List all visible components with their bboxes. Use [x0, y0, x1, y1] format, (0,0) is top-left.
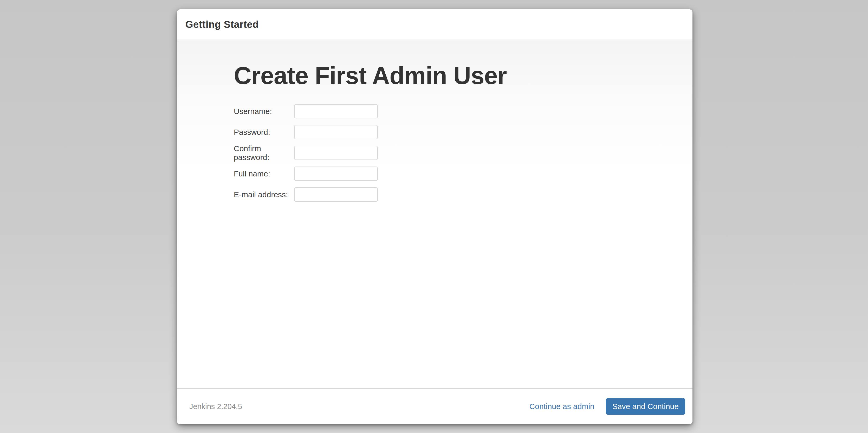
page-title: Create First Admin User: [234, 62, 692, 89]
dialog-title: Getting Started: [185, 19, 259, 30]
username-label: Username:: [234, 107, 294, 116]
form-row-confirm-password: Confirm password:: [234, 146, 692, 160]
dialog-header: Getting Started: [177, 9, 692, 40]
email-input[interactable]: [294, 187, 378, 202]
form-row-full-name: Full name:: [234, 167, 692, 181]
confirm-password-label: Confirm password:: [234, 144, 294, 162]
confirm-password-input[interactable]: [294, 146, 378, 160]
full-name-input[interactable]: [294, 167, 378, 181]
email-label: E-mail address:: [234, 190, 294, 199]
setup-wizard-dialog: Getting Started Create First Admin User …: [177, 9, 692, 424]
username-input[interactable]: [294, 104, 378, 118]
jenkins-version-text: Jenkins 2.204.5: [189, 402, 242, 411]
password-input[interactable]: [294, 125, 378, 139]
password-label: Password:: [234, 128, 294, 137]
page-background: { "window": { "title": "Getting Started"…: [0, 0, 868, 433]
form-row-password: Password:: [234, 125, 692, 139]
dialog-footer: Jenkins 2.204.5 Continue as admin Save a…: [177, 388, 692, 424]
form-row-username: Username:: [234, 104, 692, 118]
full-name-label: Full name:: [234, 169, 294, 178]
dialog-body: Create First Admin User Username: Passwo…: [177, 40, 692, 388]
form-row-email: E-mail address:: [234, 187, 692, 202]
save-and-continue-button[interactable]: Save and Continue: [606, 398, 685, 415]
create-admin-form: Username: Password: Confirm password: Fu…: [234, 104, 692, 202]
continue-as-admin-link[interactable]: Continue as admin: [529, 402, 594, 411]
